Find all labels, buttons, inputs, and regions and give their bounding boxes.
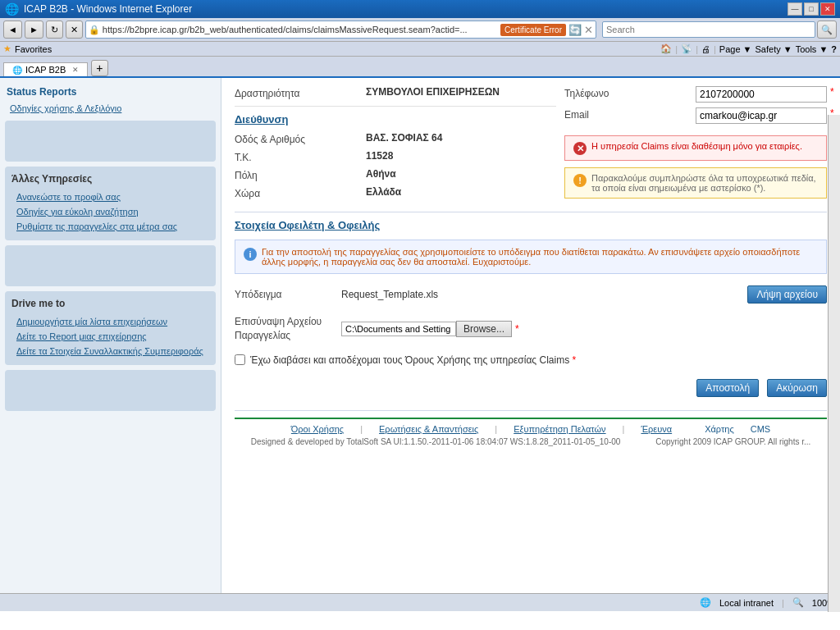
activity-label: Δραστηριότητα — [235, 86, 366, 99]
street-value: ΒΑΣ. ΣΟΦΙΑΣ 64 — [366, 132, 556, 144]
country-row: Χώρα Ελλάδα — [235, 186, 556, 199]
sidebar-link-orders[interactable]: Ρυθμίστε τις παραγγελίες στα μέτρα σας — [11, 219, 209, 234]
sidebar-link-guide[interactable]: Οδηγίες χρήσης & Λεξιλόγιο — [5, 101, 216, 116]
browser-icon: 🌐 — [5, 2, 19, 16]
upload-label: Επισύναψη Αρχείου Παραγγελίας — [235, 315, 341, 343]
search-button[interactable]: 🔍 — [817, 21, 837, 39]
phone-row: Τηλέφωνο * — [564, 86, 827, 103]
warning-message-box: ! Παρακαλούμε συμπληρώστε όλα τα υποχρεω… — [564, 167, 827, 199]
scrollbar[interactable] — [828, 115, 840, 593]
sidebar-link-transactions[interactable]: Δείτε τα Στοιχεία Συναλλακτικής Συμπεριφ… — [11, 344, 209, 358]
tab-label: ICAP B2B — [25, 65, 66, 75]
browse-button[interactable]: Browse... — [456, 321, 512, 337]
sidebar-link-search[interactable]: Οδηγίες για εύκολη αναζήτηση — [11, 204, 209, 219]
footer-link-cms[interactable]: CMS — [751, 424, 770, 434]
favorites-label[interactable]: Favorites — [15, 44, 52, 54]
zone-icon: 🌐 — [700, 597, 711, 608]
form-left-col: Δραστηριότητα ΣΥΜΒΟΥΛΟΙ ΕΠΙΧΕΙΡΗΣΕΩΝ Διε… — [235, 86, 556, 205]
drive-me-to-title: Drive me to — [11, 298, 209, 309]
minimize-button[interactable]: — — [788, 2, 802, 16]
other-services-title: Άλλες Υπηρεσίες — [11, 173, 209, 185]
tos-text: Έχω διαβάσει και αποδέχομαι τους Όρους Χ… — [250, 354, 576, 366]
status-bar: 🌐 Local intranet | 🔍 100% — [0, 593, 840, 611]
error-message-box: ✕ Η υπηρεσία Claims είναι διαθέσιμη μόνο… — [564, 135, 827, 161]
debtor-section-title[interactable]: Στοιχεία Οφειλέτη & Οφειλής — [235, 219, 380, 231]
email-input[interactable] — [696, 107, 827, 124]
action-row: Αποστολή Ακύρωση — [235, 379, 827, 397]
sidebar-empty-box-3 — [5, 370, 216, 411]
footer-dev-info: Designed & developed by TotalSoft SA UI:… — [235, 437, 827, 446]
template-label: Υπόδειγμα — [235, 289, 341, 300]
help-btn[interactable]: ? — [831, 44, 837, 54]
country-value: Ελλάδα — [366, 186, 556, 198]
safety-menu[interactable]: Safety ▼ — [756, 44, 792, 54]
close-button[interactable]: ✕ — [820, 2, 835, 16]
city-value: Αθήνα — [366, 168, 556, 180]
sidebar-drive-me-to: Drive me to Δημιουργήστε μία λίστα επιχε… — [5, 291, 216, 365]
tab-close-icon[interactable]: ✕ — [72, 66, 79, 74]
cert-error-badge[interactable]: Certificate Error — [500, 24, 566, 36]
reload-button[interactable]: ↻ — [46, 21, 63, 39]
tab-icap[interactable]: 🌐 ICAP B2B ✕ — [3, 62, 88, 76]
tools-menu[interactable]: Tools ▼ — [796, 44, 829, 54]
maximize-button[interactable]: □ — [804, 2, 819, 16]
feeds-icon[interactable]: 📡 — [681, 43, 692, 54]
footer-link-support[interactable]: Εξυπηρέτηση Πελατών — [514, 424, 605, 434]
postal-value: 11528 — [366, 150, 556, 162]
city-label: Πόλη — [235, 168, 366, 181]
delete-icon[interactable]: ✕ — [584, 24, 593, 36]
info-icon: i — [244, 248, 257, 261]
new-tab-button[interactable]: + — [91, 60, 107, 76]
footer-link-research[interactable]: Έρευνα — [641, 424, 672, 434]
sidebar: Status Reports Οδηγίες χρήσης & Λεξιλόγι… — [0, 78, 221, 593]
email-row: Email * — [564, 107, 827, 124]
main-layout: Status Reports Οδηγίες χρήσης & Λεξιλόγι… — [0, 78, 840, 593]
postal-row: Τ.Κ. 11528 — [235, 150, 556, 163]
tos-star: * — [572, 354, 576, 366]
city-row: Πόλη Αθήνα — [235, 168, 556, 181]
print-icon[interactable]: 🖨 — [701, 44, 710, 54]
footer-link-faq[interactable]: Ερωτήσεις & Απαντήσεις — [379, 424, 478, 434]
toolbar-right: 🏠 | 📡 | 🖨 | Page ▼ Safety ▼ Tools ▼ ? — [660, 43, 837, 54]
debtor-section: Στοιχεία Οφειλέτη & Οφειλής i Για την απ… — [235, 219, 827, 397]
refresh-icon[interactable]: 🔄 — [568, 24, 582, 36]
footer-link-map[interactable]: Χάρτης — [705, 424, 734, 434]
title-bar-left: 🌐 ICAP B2B - Windows Internet Explorer — [5, 2, 192, 16]
template-row: Υπόδειγμα Request_Template.xls Λήψη αρχε… — [235, 285, 827, 304]
sidebar-empty-box-2 — [5, 245, 216, 286]
forward-button[interactable]: ► — [25, 21, 43, 39]
dev-info-text: Designed & developed by TotalSoft SA UI:… — [251, 437, 621, 446]
address-input[interactable] — [103, 25, 498, 34]
star-icon: ★ — [3, 43, 11, 54]
country-label: Χώρα — [235, 186, 366, 199]
sidebar-link-report[interactable]: Δείτε το Report μιας επιχείρησης — [11, 329, 209, 344]
sidebar-link-list[interactable]: Δημιουργήστε μία λίστα επιχειρήσεων — [11, 314, 209, 329]
page-menu[interactable]: Page ▼ — [719, 44, 752, 54]
tab-icon: 🌐 — [12, 66, 22, 75]
copyright-text: Copyright 2009 ICAP GROUP. All rights r.… — [655, 437, 810, 446]
file-path-input[interactable] — [341, 322, 456, 336]
cancel-button[interactable]: Ακύρωση — [767, 379, 827, 397]
status-right: 🌐 Local intranet | 🔍 100% — [700, 597, 835, 608]
stop-button[interactable]: ✕ — [66, 21, 83, 39]
form-right-col: Τηλέφωνο * Email * ✕ Η υπηρεσία Claims ε… — [564, 86, 827, 205]
email-label: Email — [564, 107, 696, 121]
tos-checkbox[interactable] — [235, 354, 245, 365]
footer-links: Όροι Χρήσης | Ερωτήσεις & Απαντήσεις | Ε… — [235, 424, 827, 434]
error-box: ✕ Η υπηρεσία Claims είναι διαθέσιμη μόνο… — [564, 135, 827, 199]
upload-required-star: * — [515, 323, 519, 335]
send-button[interactable]: Αποστολή — [696, 379, 759, 397]
footer-link-tos[interactable]: Όροι Χρήσης — [291, 424, 344, 434]
sidebar-link-profile[interactable]: Ανανεώστε το προφίλ σας — [11, 189, 209, 204]
divider-1 — [235, 212, 827, 212]
content-area: Δραστηριότητα ΣΥΜΒΟΥΛΟΙ ΕΠΙΧΕΙΡΗΣΕΩΝ Διε… — [221, 78, 840, 593]
tos-checkbox-row: Έχω διαβάσει και αποδέχομαι τους Όρους Χ… — [235, 354, 827, 366]
phone-input[interactable] — [696, 86, 827, 103]
address-link[interactable]: Διεύθυνση — [235, 113, 288, 126]
home-icon[interactable]: 🏠 — [660, 43, 672, 54]
toolbar-left: ★ Favorites — [3, 43, 52, 54]
search-input[interactable] — [602, 21, 815, 38]
download-button[interactable]: Λήψη αρχείου — [747, 285, 827, 304]
footer: Όροι Χρήσης | Ερωτήσεις & Απαντήσεις | Ε… — [235, 418, 827, 451]
back-button[interactable]: ◄ — [3, 21, 22, 39]
